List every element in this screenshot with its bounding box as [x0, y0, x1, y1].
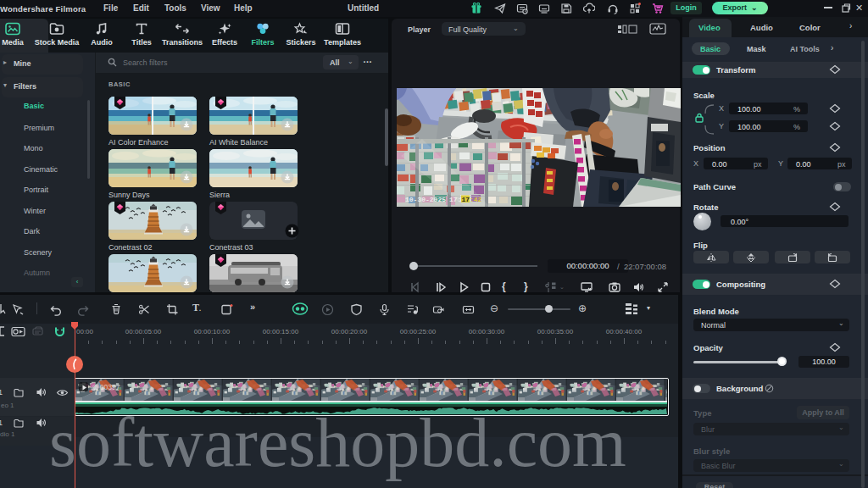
svg-text:10-30-2025: 10-30-2025: [405, 196, 446, 203]
svg-text:17:17:42: 17:17:42: [449, 196, 482, 203]
